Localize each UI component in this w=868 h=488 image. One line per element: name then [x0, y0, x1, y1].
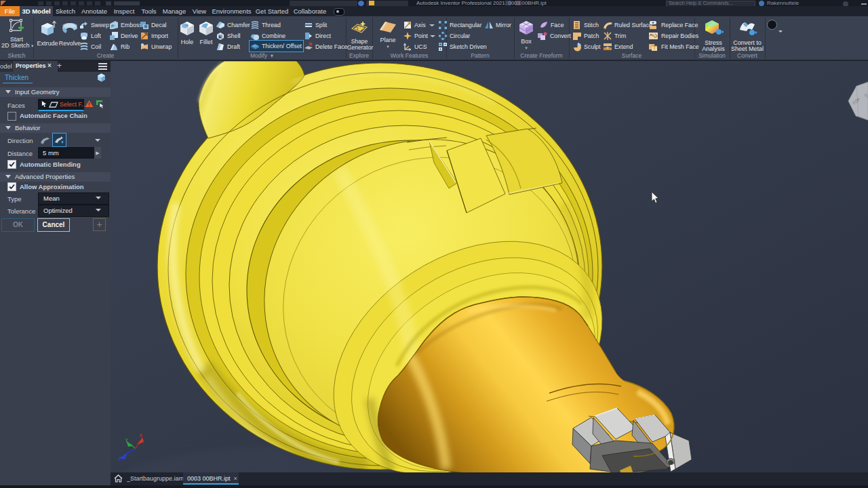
svg-text:Y: Y [125, 437, 129, 443]
svg-text:X: X [139, 432, 143, 439]
svg-text:Z: Z [118, 455, 121, 462]
